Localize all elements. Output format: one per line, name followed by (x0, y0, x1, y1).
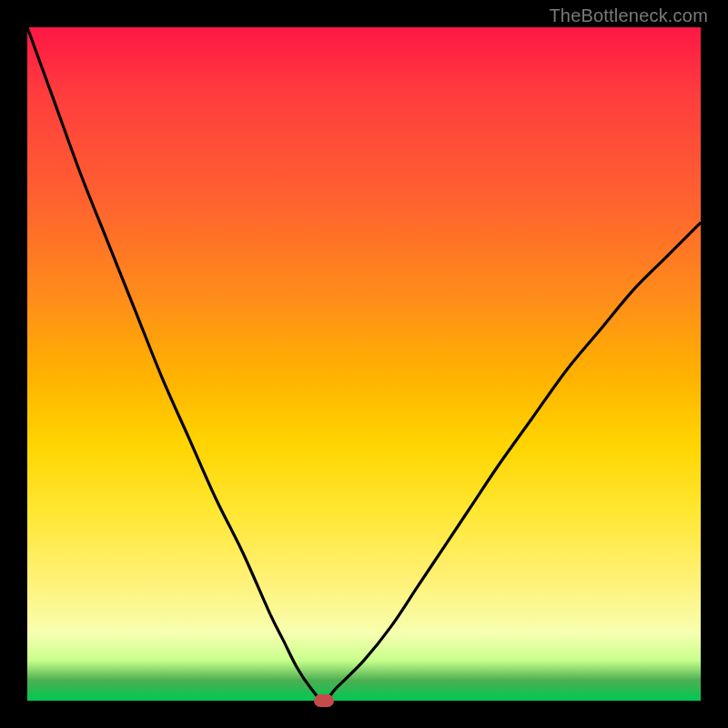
curve-path (27, 27, 701, 701)
bottleneck-curve (27, 27, 701, 701)
optimal-point-marker (314, 694, 334, 707)
chart-frame: TheBottleneck.com (0, 0, 728, 728)
watermark-label: TheBottleneck.com (549, 5, 708, 26)
chart-plot-area (27, 27, 701, 701)
